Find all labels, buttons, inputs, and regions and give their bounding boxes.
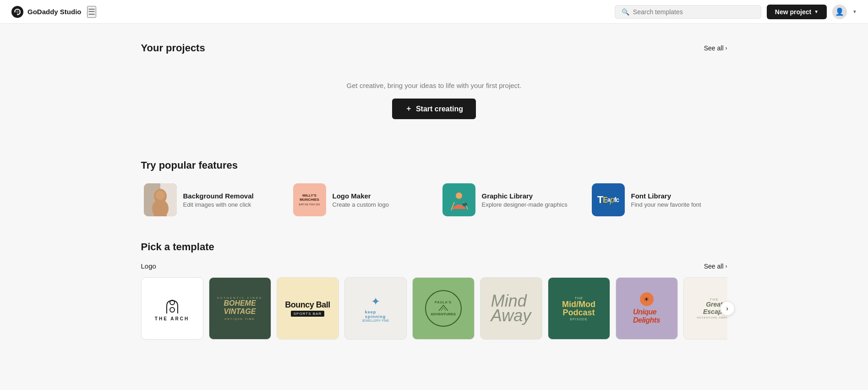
background-removal-desc: Edit images with one click [183,201,254,208]
templates-next-button[interactable]: › [720,301,735,316]
projects-title: Your projects [141,42,205,54]
start-creating-label: Start creating [416,105,463,113]
account-chevron-icon[interactable]: ▼ [852,9,857,14]
projects-see-all-link[interactable]: See all › [704,44,727,52]
avatar-button[interactable]: 👤 [832,5,847,19]
chevron-down-icon: ▼ [814,9,819,14]
templates-section-header: Pick a template [141,241,727,253]
search-icon: 🔍 [622,8,629,16]
features-title: Try popular features [141,159,238,171]
arch-icon [163,296,181,314]
search-input[interactable] [633,8,754,16]
font-library-desc: Find your new favorite font [631,201,701,208]
font-library-name: Font Library [631,192,701,200]
features-grid: Background Removal Edit images with one … [141,181,727,219]
plus-icon: ＋ [405,104,412,114]
templates-see-all-chevron-icon: › [726,263,727,269]
header-left: GoDaddy Studio ☰ [11,5,96,18]
see-all-label: See all [704,44,724,52]
hamburger-button[interactable]: ☰ [87,6,96,18]
feature-card-background-removal[interactable]: Background Removal Edit images with one … [141,181,279,219]
feature-card-font-library[interactable]: T E a p fc Font Library Find your new fa… [589,181,727,219]
background-removal-thumb [144,183,177,216]
logo-maker-thumb: MILLY'S MUNCHIES EAT AS YOU GO [293,183,326,216]
projects-section-header: Your projects See all › [141,42,727,54]
pick-template-title: Pick a template [141,241,214,253]
header: GoDaddy Studio ☰ 🔍 New project ▼ 👤 ▼ [0,0,868,24]
logo-maker-name: Logo Maker [333,192,389,200]
brand-name: GoDaddy Studio [27,8,82,16]
graphic-person-svg [448,188,470,211]
projects-empty-state: Get creative, bring your ideas to life w… [141,63,727,137]
background-removal-info: Background Removal Edit images with one … [183,192,254,208]
next-chevron-icon: › [726,305,728,312]
graphic-library-desc: Explore designer-made graphics [482,201,568,208]
godaddy-logo-icon [11,5,24,18]
pick-template-section: Pick a template Logo See all › [141,241,727,340]
graphic-library-name: Graphic Library [482,192,568,200]
header-right: 🔍 New project ▼ 👤 ▼ [615,5,857,19]
start-creating-button[interactable]: ＋ Start creating [392,99,476,119]
popular-features-section: Try popular features [141,159,727,219]
new-project-button[interactable]: New project ▼ [767,5,827,19]
search-box: 🔍 [615,5,761,19]
templates-grid: THE ARCH AUTHENTIC FINDS BOHEMEVINTAGE A… [141,277,727,340]
avatar-icon: 👤 [835,7,844,16]
svg-point-5 [156,191,165,200]
template-card-the-arch[interactable]: THE ARCH [141,277,203,340]
t1-label: THE ARCH [155,316,189,321]
templates-see-all-label: See all [704,263,724,270]
template-card-paulas-adventures[interactable]: PAULA'S ADVENTURES [412,277,475,340]
feature-card-graphic-library[interactable]: Graphic Library Explore designer-made gr… [440,181,578,219]
templates-grid-wrapper: THE ARCH AUTHENTIC FINDS BOHEMEVINTAGE A… [141,277,727,340]
graphic-library-thumb [442,183,475,216]
font-library-thumb: T E a p fc [592,183,625,216]
spinning-icon: ✦ [371,295,380,308]
template-card-unique-delights[interactable]: ☀ UniqueDelights [616,277,678,340]
template-card-keep-spinning[interactable]: ✦ keepspinning JEWELLERY FINE [344,277,407,340]
svg-point-10 [170,308,175,312]
template-card-mid-mod-podcast[interactable]: THE Mid/ModPodcast EPISODE [548,277,610,340]
bg-removal-image [144,183,177,216]
features-section-header: Try popular features [141,159,727,171]
your-projects-section: Your projects See all › Get creative, br… [141,42,727,137]
svg-point-7 [456,192,462,199]
logo[interactable]: GoDaddy Studio [11,5,82,18]
font-library-info: Font Library Find your new favorite font [631,192,701,208]
logo-maker-desc: Create a custom logo [333,201,389,208]
empty-state-text: Get creative, bring your ideas to life w… [347,82,522,89]
feature-card-logo-maker[interactable]: MILLY'S MUNCHIES EAT AS YOU GO Logo Make… [290,181,429,219]
background-removal-name: Background Removal [183,192,254,200]
main-content: Your projects See all › Get creative, br… [114,24,755,358]
logo-label: Logo [141,262,156,270]
template-card-boheme-vintage[interactable]: AUTHENTIC FINDS BOHEMEVINTAGE ANTIQUE TI… [209,277,271,340]
new-project-label: New project [775,8,811,16]
see-all-chevron-icon: › [726,45,727,51]
graphic-library-info: Graphic Library Explore designer-made gr… [482,192,568,208]
svg-point-8 [463,203,467,206]
template-card-bouncy-ball[interactable]: Bouncy Ball SPORTS BAR [277,277,339,340]
templates-see-all-link[interactable]: See all › [704,263,727,270]
logo-maker-info: Logo Maker Create a custom logo [333,192,389,208]
template-card-mind-away[interactable]: MindAway [480,277,542,340]
